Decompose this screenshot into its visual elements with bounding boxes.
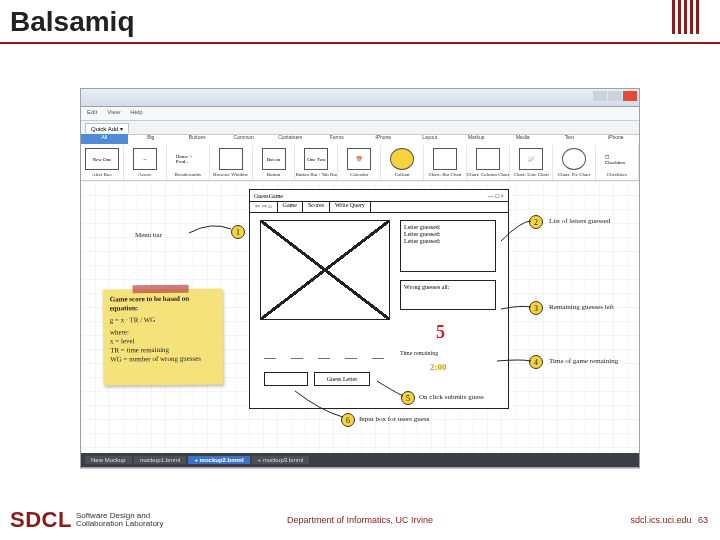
letters-line: Letter guessed:: [404, 238, 492, 245]
callout-dot-4[interactable]: 4: [529, 355, 543, 369]
lib-cat[interactable]: Common: [221, 134, 268, 144]
browser-mockup[interactable]: GuessGame — □ × ⇦ ⇨ ⌂ Game Scores Write …: [249, 189, 509, 409]
lib-caption: Chart: Column Chart: [467, 172, 509, 177]
lib-cat[interactable]: Containers: [267, 134, 314, 144]
slide-title: Balsamiq: [10, 6, 710, 38]
lib-caption: Alert Box: [92, 172, 112, 177]
mockup-tabs[interactable]: New Mockup mockup1.bmml + mockup2.bmml +…: [81, 453, 639, 467]
sticky-note[interactable]: Game score to be based on equation: g = …: [103, 288, 224, 385]
mockup-tab[interactable]: + mockup3.bmml: [252, 456, 310, 464]
mock-url: ⇦ ⇨ ⌂: [250, 202, 278, 212]
lib-item[interactable]: 📈Chart: Line Chart: [510, 145, 553, 180]
page-number: 63: [698, 515, 708, 525]
lib-cat-all[interactable]: All: [81, 134, 128, 144]
word-dashes: — — — — —: [264, 350, 390, 365]
mock-menu[interactable]: ⇦ ⇨ ⌂ Game Scores Write Query: [250, 202, 508, 213]
lib-cat[interactable]: Text: [546, 134, 593, 144]
annot-time: Time of game remaining: [549, 357, 618, 365]
callout-dot-3[interactable]: 3: [529, 301, 543, 315]
guess-input[interactable]: [264, 372, 308, 386]
letters-box[interactable]: Letter guessed: Letter guessed: Letter g…: [400, 220, 496, 272]
line-chart-icon: 📈: [519, 148, 543, 170]
sticky-header: Game score to be based on equation:: [110, 295, 216, 313]
ui-library-strip[interactable]: All Big Buttons Common Containers Forms …: [81, 135, 639, 181]
library-categories[interactable]: All Big Buttons Common Containers Forms …: [81, 134, 639, 144]
checkbox-icon: ☐ Checkbox: [605, 148, 629, 170]
lib-item[interactable]: Home > Prod...Breadcrumbs: [167, 145, 210, 180]
alert-icon: New One: [85, 148, 119, 170]
maximize-icon[interactable]: [608, 91, 622, 101]
breadcrumb-icon: Home > Prod...: [176, 148, 200, 170]
close-icon[interactable]: [623, 91, 637, 101]
lib-caption: Arrow: [138, 172, 151, 177]
mock-menu-item[interactable]: Scores: [303, 202, 330, 212]
column-chart-icon: [476, 148, 500, 170]
lib-item[interactable]: Chart: Pie Chart: [553, 145, 596, 180]
mock-window-ctrl: — □ ×: [488, 193, 504, 199]
sdcl-subtitle: Software Design and Collaboration Labora…: [76, 512, 164, 528]
lib-item[interactable]: One TwoButton Bar / Tab Bar: [295, 145, 338, 180]
wrong-box[interactable]: Wrong guesses all:: [400, 280, 496, 310]
menu-view[interactable]: View: [107, 109, 120, 118]
letters-line: Letter guessed:: [404, 231, 492, 238]
sticky-line: WG = number of wrong guesses: [110, 354, 216, 364]
department-label: Department of Informatics, UC Irvine: [287, 515, 433, 525]
lib-cat[interactable]: Media: [500, 134, 547, 144]
window-chrome: [81, 89, 639, 107]
lib-caption: Breadcrumbs: [174, 172, 201, 177]
time-label: Time remaining: [400, 350, 438, 356]
sticky-eq: g = x · TR / WG: [110, 315, 216, 325]
quick-add-row: Quick Add ▾: [81, 121, 639, 135]
menu-edit[interactable]: Edit: [87, 109, 97, 118]
letters-line: Letter guessed:: [404, 224, 492, 231]
lib-caption: Browser Window: [213, 172, 248, 177]
lib-caption: Callout: [395, 172, 410, 177]
lib-item[interactable]: 📅Calendar: [338, 145, 381, 180]
callout-dot-5[interactable]: 5: [401, 391, 415, 405]
site-url: sdcl.ics.uci.edu: [630, 515, 691, 525]
lib-cat[interactable]: Markup: [453, 134, 500, 144]
annot-remaining: Remaining guesses left: [549, 303, 614, 311]
lib-cat[interactable]: Forms: [314, 134, 361, 144]
mock-menu-item[interactable]: Game: [278, 202, 303, 212]
menu-bar[interactable]: Edit View Help: [81, 107, 639, 121]
quick-add-tab[interactable]: Quick Add ▾: [85, 123, 129, 133]
lib-item[interactable]: New OneAlert Box: [81, 145, 124, 180]
balsamiq-window: Edit View Help Quick Add ▾ All Big Butto…: [80, 88, 640, 468]
site-label: sdcl.ics.uci.edu 63: [630, 515, 708, 525]
callout-dot-2[interactable]: 2: [529, 215, 543, 229]
lib-item[interactable]: Chart: Column Chart: [467, 145, 510, 180]
lib-cat[interactable]: Buttons: [174, 134, 221, 144]
lib-cat[interactable]: Layout: [407, 134, 454, 144]
lib-cat[interactable]: Big: [128, 134, 175, 144]
mockup-tab-active[interactable]: + mockup2.bmml: [188, 456, 249, 464]
remaining-count: 5: [436, 322, 445, 343]
lib-item[interactable]: But onButton: [253, 145, 296, 180]
mock-menu-item[interactable]: Write Query: [330, 202, 371, 212]
lib-cat[interactable]: iPhone: [593, 134, 640, 144]
design-canvas[interactable]: Game score to be based on equation: g = …: [81, 181, 639, 453]
slide-footer: SDCL Software Design and Collaboration L…: [0, 506, 720, 534]
lib-item[interactable]: Chart: Bar Chart: [424, 145, 467, 180]
mockup-tab[interactable]: New Mockup: [85, 456, 132, 464]
mock-title: GuessGame: [254, 193, 283, 199]
lib-cat[interactable]: iPhone: [360, 134, 407, 144]
mockup-tab[interactable]: mockup1.bmml: [134, 456, 187, 464]
lib-caption: Button Bar / Tab Bar: [296, 172, 338, 177]
window-controls[interactable]: [593, 91, 637, 101]
callout-dot-1[interactable]: 1: [231, 225, 245, 239]
lib-item[interactable]: ☐ CheckboxCheckbox: [596, 145, 639, 180]
lib-item[interactable]: Callout: [381, 145, 424, 180]
menu-help[interactable]: Help: [130, 109, 142, 118]
guess-button[interactable]: Guess Letter: [314, 372, 370, 386]
buttonbar-icon: One Two: [304, 148, 328, 170]
lib-item[interactable]: Browser Window: [210, 145, 253, 180]
title-underline: [0, 42, 720, 44]
calendar-icon: 📅: [347, 148, 371, 170]
image-placeholder[interactable]: [260, 220, 390, 320]
lib-caption: Button: [267, 172, 281, 177]
annot-input: Input box for users guess: [359, 415, 429, 423]
callout-dot-6[interactable]: 6: [341, 413, 355, 427]
lib-item[interactable]: →Arrow: [124, 145, 167, 180]
minimize-icon[interactable]: [593, 91, 607, 101]
